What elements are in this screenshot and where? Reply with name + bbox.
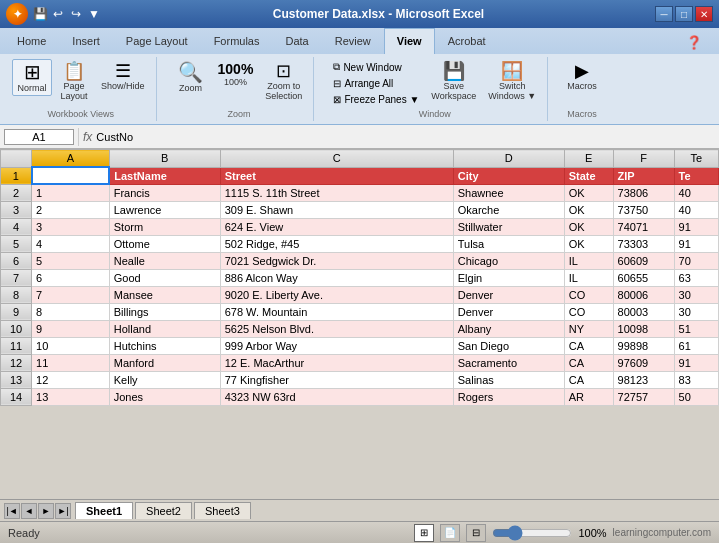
tab-home[interactable]: Home	[4, 30, 59, 54]
cell-14-5[interactable]: 72757	[613, 388, 674, 405]
cell-4-2[interactable]: 624 E. View	[220, 218, 453, 235]
col-header-d[interactable]: D	[453, 150, 564, 168]
cell-4-1[interactable]: Storm	[109, 218, 220, 235]
cell-13-5[interactable]: 98123	[613, 371, 674, 388]
sheet-last-btn[interactable]: ►|	[55, 503, 71, 519]
tab-insert[interactable]: Insert	[59, 30, 113, 54]
cell-10-0[interactable]: 9	[32, 320, 110, 337]
save-qa-btn[interactable]: 💾	[32, 6, 48, 22]
col-header-g[interactable]: Te	[674, 150, 718, 168]
zoom-selection-btn[interactable]: ⊡ Zoom toSelection	[260, 59, 307, 104]
cell-11-3[interactable]: San Diego	[453, 337, 564, 354]
tab-review[interactable]: Review	[322, 30, 384, 54]
cell-8-0[interactable]: 7	[32, 286, 110, 303]
sheet-tab-2[interactable]: Sheet2	[135, 502, 192, 519]
cell-8-1[interactable]: Mansee	[109, 286, 220, 303]
cell-3-3[interactable]: Okarche	[453, 201, 564, 218]
sheet-tab-1[interactable]: Sheet1	[75, 502, 133, 519]
cell-8-5[interactable]: 80006	[613, 286, 674, 303]
row-header-12[interactable]: 12	[1, 354, 32, 371]
switch-windows-btn[interactable]: 🪟 SwitchWindows ▼	[483, 59, 541, 104]
cell-14-6[interactable]: 50	[674, 388, 718, 405]
cell-11-1[interactable]: Hutchins	[109, 337, 220, 354]
cell-4-4[interactable]: OK	[564, 218, 613, 235]
cell-8-3[interactable]: Denver	[453, 286, 564, 303]
cell-6-3[interactable]: Chicago	[453, 252, 564, 269]
cell-5-6[interactable]: 91	[674, 235, 718, 252]
cell-11-2[interactable]: 999 Arbor Way	[220, 337, 453, 354]
cell-7-3[interactable]: Elgin	[453, 269, 564, 286]
cell-2-0[interactable]: 1	[32, 184, 110, 201]
cell-13-4[interactable]: CA	[564, 371, 613, 388]
office-orb[interactable]: ✦	[6, 3, 28, 25]
cell-9-1[interactable]: Billings	[109, 303, 220, 320]
cell-d1[interactable]: City	[453, 167, 564, 184]
cell-14-1[interactable]: Jones	[109, 388, 220, 405]
cell-5-0[interactable]: 4	[32, 235, 110, 252]
cell-9-3[interactable]: Denver	[453, 303, 564, 320]
cell-3-0[interactable]: 2	[32, 201, 110, 218]
cell-9-2[interactable]: 678 W. Mountain	[220, 303, 453, 320]
redo-qa-btn[interactable]: ↪	[68, 6, 84, 22]
zoom-btn[interactable]: 🔍 Zoom	[171, 59, 211, 96]
minimize-btn[interactable]: ─	[655, 6, 673, 22]
col-header-c[interactable]: C	[220, 150, 453, 168]
cell-12-2[interactable]: 12 E. MacArthur	[220, 354, 453, 371]
cell-6-1[interactable]: Nealle	[109, 252, 220, 269]
cell-10-3[interactable]: Albany	[453, 320, 564, 337]
cell-7-2[interactable]: 886 Alcon Way	[220, 269, 453, 286]
row-header-4[interactable]: 4	[1, 218, 32, 235]
undo-qa-btn[interactable]: ↩	[50, 6, 66, 22]
cell-3-2[interactable]: 309 E. Shawn	[220, 201, 453, 218]
normal-view-btn[interactable]: ⊞	[414, 524, 434, 542]
page-layout-view-btn[interactable]: 📄	[440, 524, 460, 542]
cell-11-5[interactable]: 99898	[613, 337, 674, 354]
row-header-7[interactable]: 7	[1, 269, 32, 286]
cell-8-6[interactable]: 30	[674, 286, 718, 303]
cell-9-6[interactable]: 30	[674, 303, 718, 320]
cell-3-4[interactable]: OK	[564, 201, 613, 218]
tab-acrobat[interactable]: Acrobat	[435, 30, 499, 54]
cell-4-5[interactable]: 74071	[613, 218, 674, 235]
sheet-prev-btn[interactable]: ◄	[21, 503, 37, 519]
cell-6-4[interactable]: IL	[564, 252, 613, 269]
cell-11-4[interactable]: CA	[564, 337, 613, 354]
cell-3-1[interactable]: Lawrence	[109, 201, 220, 218]
row-header-14[interactable]: 14	[1, 388, 32, 405]
row-header-11[interactable]: 11	[1, 337, 32, 354]
col-header-f[interactable]: F	[613, 150, 674, 168]
cell-6-2[interactable]: 7021 Sedgwick Dr.	[220, 252, 453, 269]
row-header-13[interactable]: 13	[1, 371, 32, 388]
col-header-a[interactable]: A	[32, 150, 110, 168]
zoom-slider[interactable]	[492, 526, 572, 540]
page-layout-btn[interactable]: 📋 PageLayout	[54, 59, 94, 104]
cell-a1[interactable]: CustNo	[32, 167, 110, 184]
show-hide-btn[interactable]: ☰ Show/Hide	[96, 59, 150, 94]
cell-4-6[interactable]: 91	[674, 218, 718, 235]
cell-9-5[interactable]: 80003	[613, 303, 674, 320]
cell-6-0[interactable]: 5	[32, 252, 110, 269]
cell-g1[interactable]: Te	[674, 167, 718, 184]
cell-13-1[interactable]: Kelly	[109, 371, 220, 388]
cell-f1[interactable]: ZIP	[613, 167, 674, 184]
cell-6-5[interactable]: 60609	[613, 252, 674, 269]
cell-7-4[interactable]: IL	[564, 269, 613, 286]
formula-input[interactable]	[96, 131, 715, 143]
row-header-8[interactable]: 8	[1, 286, 32, 303]
tab-page-layout[interactable]: Page Layout	[113, 30, 201, 54]
cell-8-4[interactable]: CO	[564, 286, 613, 303]
arrange-all-btn[interactable]: ⊟ Arrange All	[328, 76, 424, 91]
cell-2-4[interactable]: OK	[564, 184, 613, 201]
restore-btn[interactable]: □	[675, 6, 693, 22]
customize-qa-btn[interactable]: ▼	[86, 6, 102, 22]
zoom-100-btn[interactable]: 100% 100%	[213, 59, 259, 90]
cell-5-5[interactable]: 73303	[613, 235, 674, 252]
cell-2-2[interactable]: 1115 S. 11th Street	[220, 184, 453, 201]
cell-8-2[interactable]: 9020 E. Liberty Ave.	[220, 286, 453, 303]
cell-11-6[interactable]: 61	[674, 337, 718, 354]
cell-12-3[interactable]: Sacramento	[453, 354, 564, 371]
cell-3-6[interactable]: 40	[674, 201, 718, 218]
cell-4-3[interactable]: Stillwater	[453, 218, 564, 235]
cell-2-1[interactable]: Francis	[109, 184, 220, 201]
sheet-tab-3[interactable]: Sheet3	[194, 502, 251, 519]
